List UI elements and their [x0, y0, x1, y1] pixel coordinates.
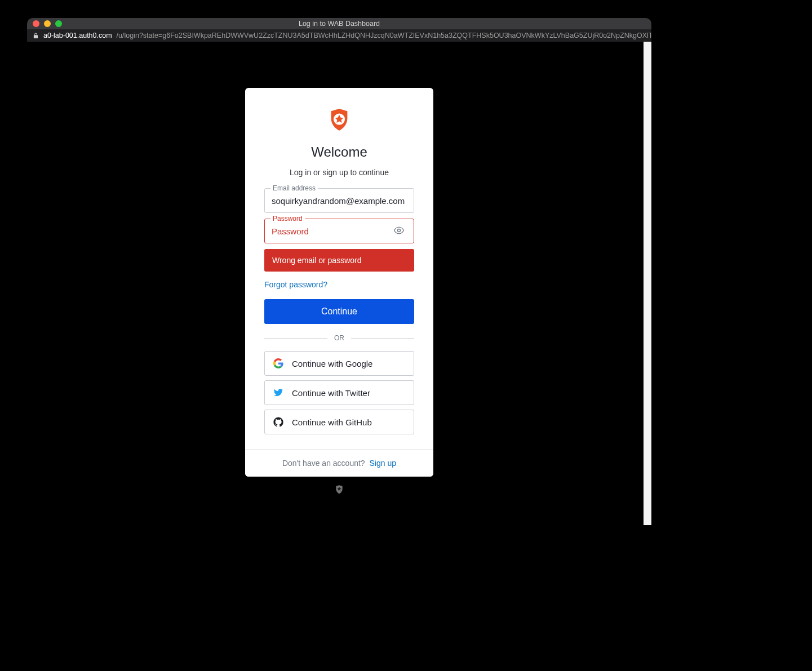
traffic-lights	[27, 20, 62, 27]
url-path: /u/login?state=g6Fo2SBIWkpaREhDWWVwU2Zzc…	[117, 32, 651, 39]
twitter-icon	[273, 388, 284, 398]
error-alert: Wrong email or password	[264, 249, 414, 272]
page-title: Welcome	[264, 144, 414, 160]
or-divider: OR	[264, 334, 414, 342]
url-host: a0-lab-001.auth0.com	[43, 32, 112, 39]
window-maximize-button[interactable]	[55, 20, 62, 27]
auth0-shield-logo-icon	[326, 107, 352, 133]
window-close-button[interactable]	[33, 20, 39, 27]
continue-with-google-button[interactable]: Continue with Google	[264, 351, 414, 376]
logo-wrap	[264, 107, 414, 133]
twitter-button-label: Continue with Twitter	[292, 388, 370, 398]
email-field-wrapper: Email address	[264, 188, 414, 213]
signup-prompt: Don't have an account?	[282, 459, 365, 468]
google-icon	[273, 358, 284, 368]
github-icon	[273, 417, 284, 427]
signup-link[interactable]: Sign up	[370, 459, 396, 468]
login-card: Welcome Log in or sign up to continue Em…	[245, 88, 433, 477]
email-input[interactable]	[272, 196, 407, 206]
github-button-label: Continue with GitHub	[292, 417, 372, 427]
continue-with-github-button[interactable]: Continue with GitHub	[264, 410, 414, 434]
window-titlebar: Log in to WAB Dashboard	[27, 18, 651, 29]
auth0-badge-icon	[334, 485, 344, 495]
password-input[interactable]	[272, 226, 391, 236]
signup-footer: Don't have an account? Sign up	[245, 449, 433, 477]
page-subtitle: Log in or sign up to continue	[264, 168, 414, 177]
forgot-password-link[interactable]: Forgot password?	[264, 280, 327, 289]
address-bar[interactable]: a0-lab-001.auth0.com/u/login?state=g6Fo2…	[27, 29, 651, 42]
show-password-button[interactable]	[391, 223, 407, 240]
divider-label: OR	[334, 334, 344, 342]
continue-button[interactable]: Continue	[264, 299, 414, 324]
browser-window: Log in to WAB Dashboard a0-lab-001.auth0…	[27, 18, 651, 525]
eye-icon	[393, 229, 405, 238]
lock-icon	[33, 32, 39, 39]
window-title: Log in to WAB Dashboard	[27, 20, 651, 28]
google-button-label: Continue with Google	[292, 359, 372, 368]
email-label: Email address	[270, 184, 318, 192]
password-label: Password	[270, 215, 305, 223]
continue-with-twitter-button[interactable]: Continue with Twitter	[264, 380, 414, 405]
page-viewport: Welcome Log in or sign up to continue Em…	[27, 42, 651, 525]
password-field-wrapper: Password	[264, 219, 414, 243]
svg-point-1	[398, 229, 401, 232]
window-minimize-button[interactable]	[44, 20, 51, 27]
